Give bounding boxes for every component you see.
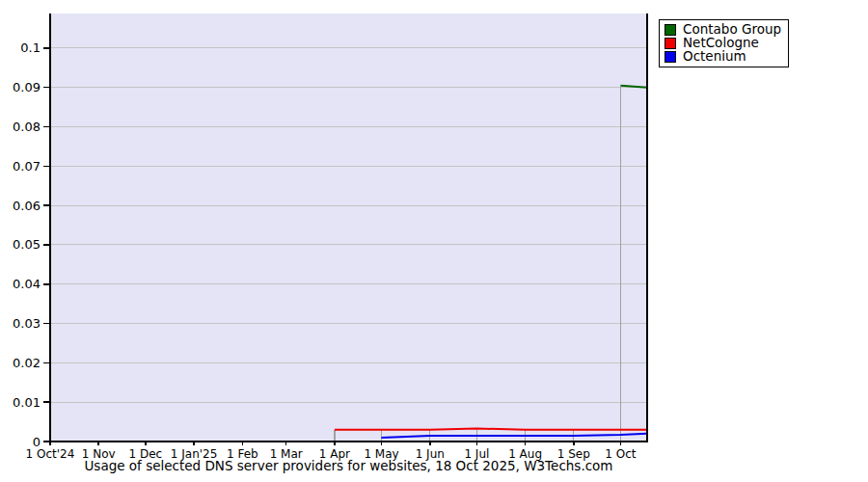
legend-swatch-octenium xyxy=(665,51,676,63)
chart-canvas: 00.010.020.030.040.050.060.070.080.090.1… xyxy=(0,0,868,482)
y-tick-label: 0.07 xyxy=(13,159,41,174)
y-tick-label: 0.06 xyxy=(13,199,41,213)
y-tick-label: 0.1 xyxy=(20,40,41,55)
legend-swatch-contabo-group xyxy=(665,24,676,36)
y-tick-label: 0.04 xyxy=(13,277,41,291)
trend-plot: 00.010.020.030.040.050.060.070.080.090.1… xyxy=(0,0,868,482)
legend-item-octenium: Octenium xyxy=(665,50,781,63)
y-tick-label: 0.03 xyxy=(13,316,41,331)
legend-label: Octenium xyxy=(683,50,746,63)
legend: Contabo GroupNetCologneOctenium xyxy=(659,19,789,67)
chart-title: Usage of selected DNS server providers f… xyxy=(50,458,647,473)
plot-area xyxy=(50,13,647,442)
y-tick-label: 0.09 xyxy=(13,80,41,94)
y-tick-label: 0.08 xyxy=(13,120,41,134)
legend-swatch-netcologne xyxy=(665,38,676,49)
y-tick-label: 0.05 xyxy=(13,237,41,252)
y-tick-label: 0.01 xyxy=(13,395,41,410)
y-tick-label: 0.02 xyxy=(13,356,41,370)
